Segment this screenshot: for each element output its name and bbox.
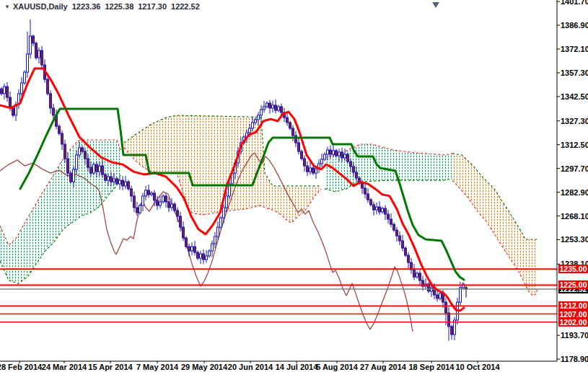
y-axis-label: 1342.50 bbox=[561, 92, 588, 101]
x-axis-label: 15 Apr 2014 bbox=[88, 363, 132, 371]
x-axis-label: 18 Sep 2014 bbox=[409, 363, 455, 371]
y-axis-label: 1386.90 bbox=[561, 21, 588, 30]
price-level-tag: 1202.00 bbox=[558, 318, 588, 327]
x-axis-label: 29 May 2014 bbox=[181, 363, 227, 371]
x-axis-label: 24 Mar 2014 bbox=[42, 363, 87, 371]
x-axis-label: 5 Aug 2014 bbox=[316, 363, 358, 371]
y-axis-label: 1282.90 bbox=[561, 188, 588, 197]
x-axis-label: 27 Aug 2014 bbox=[360, 363, 406, 371]
x-axis-label: 28 Feb 2014 bbox=[0, 363, 42, 371]
symbol-timeframe: XAUUSD,Daily bbox=[13, 2, 68, 11]
x-axis-label: 20 Jun 2014 bbox=[228, 363, 273, 371]
ohlc-high: 1225.38 bbox=[105, 2, 133, 11]
price-level-tag: 1225.00 bbox=[558, 280, 588, 289]
y-axis-label: 1178.90 bbox=[561, 355, 588, 363]
y-axis-label: 1268.10 bbox=[561, 212, 588, 221]
y-axis-label: 1297.70 bbox=[561, 164, 588, 173]
x-axis-label: 10 Oct 2014 bbox=[455, 363, 499, 371]
x-axis-label: 14 Jul 2014 bbox=[276, 363, 318, 371]
y-axis-label: 1357.30 bbox=[561, 68, 588, 77]
price-chart[interactable] bbox=[0, 0, 588, 372]
chart-title: ▼XAUUSD,Daily1223.361225.381217.301222.5… bbox=[4, 2, 204, 11]
ohlc-close: 1222.52 bbox=[171, 2, 200, 11]
y-axis-label: 1372.10 bbox=[561, 45, 588, 53]
y-axis-label: 1401.70 bbox=[561, 0, 588, 6]
y-axis-label: 1193.70 bbox=[561, 331, 588, 340]
y-axis-label: 1253.30 bbox=[561, 235, 588, 244]
price-level-tag: 1235.00 bbox=[558, 265, 588, 273]
ohlc-low: 1217.30 bbox=[138, 2, 167, 11]
y-axis-label: 1327.30 bbox=[561, 117, 588, 125]
x-axis-label: 7 May 2014 bbox=[136, 363, 178, 371]
chart-shift-marker[interactable] bbox=[432, 2, 439, 8]
chart-window: ▼XAUUSD,Daily1223.361225.381217.301222.5… bbox=[0, 0, 588, 372]
collapse-arrow-icon[interactable]: ▼ bbox=[4, 4, 10, 10]
y-axis-label: 1312.50 bbox=[561, 141, 588, 149]
ohlc-open: 1223.36 bbox=[72, 2, 101, 11]
